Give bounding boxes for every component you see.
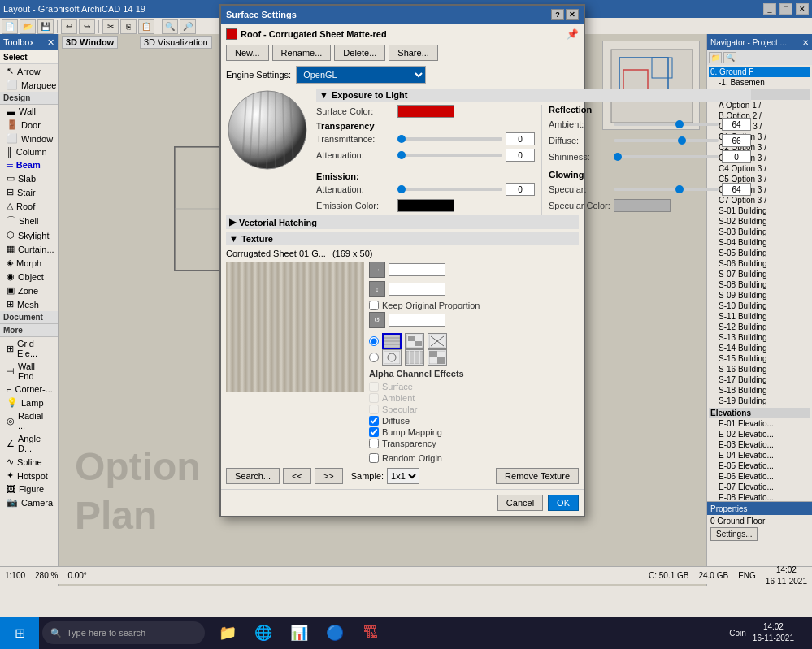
ambient-slider[interactable] [614, 123, 719, 126]
minimize-btn[interactable]: _ [763, 3, 776, 15]
toolbar-zoomin[interactable]: 🔍 [162, 19, 178, 34]
nav-e03[interactable]: E-03 Elevatio... [709, 439, 810, 450]
pattern-radio-1[interactable] [369, 336, 379, 346]
transmittance-input[interactable]: 0 [506, 132, 535, 145]
nav-e07[interactable]: E-07 Elevatio... [709, 482, 810, 492]
show-desktop-btn[interactable] [801, 617, 805, 649]
nav-s05[interactable]: S-05 Building [709, 248, 810, 258]
visualization-tab[interactable]: 3D Visualization [140, 36, 212, 49]
nav-s10[interactable]: S-10 Building [709, 301, 810, 311]
specular-color-swatch[interactable] [614, 199, 671, 212]
toolbar-save[interactable]: 💾 [37, 19, 54, 34]
tool-zone[interactable]: ▣Zone [0, 283, 58, 297]
nav-btn-1[interactable]: 📁 [709, 52, 722, 63]
alpha-diffuse-checkbox[interactable] [369, 416, 379, 426]
taskbar-archicad[interactable]: 🏗 [354, 617, 387, 649]
tool-wallend[interactable]: ⊣Wall End [0, 360, 58, 383]
shininess-input[interactable]: 0 [722, 150, 751, 163]
tool-camera[interactable]: 📷Camera [0, 495, 58, 509]
tool-door[interactable]: 🚪Door [0, 118, 58, 132]
nav-elevations-header[interactable]: Elevations [709, 408, 810, 418]
nav-s13[interactable]: S-13 Building [709, 332, 810, 343]
vectorial-hatching-section[interactable]: ▶ Vectorial Hatching [226, 215, 579, 229]
pattern-box-6[interactable] [428, 349, 447, 366]
nav-e05[interactable]: E-05 Elevatio... [709, 461, 810, 471]
tool-wall[interactable]: ▬Wall [0, 105, 58, 118]
taskbar-file-explorer[interactable]: 📁 [211, 617, 244, 649]
tool-radial[interactable]: ◎Radial ... [0, 409, 58, 432]
nav-item-basement[interactable]: -1. Basemen [709, 77, 810, 88]
tool-window[interactable]: ⬜Window [0, 132, 58, 145]
toolbar-new[interactable]: 📄 [2, 19, 18, 34]
emission-attenuation-input[interactable]: 0 [506, 183, 535, 196]
dialog-close-btn[interactable]: ✕ [566, 9, 579, 20]
keep-proportion-checkbox[interactable] [369, 301, 379, 310]
texture-section-header[interactable]: ▼ Texture [226, 232, 579, 245]
close-btn[interactable]: ✕ [796, 3, 809, 15]
nav-e06[interactable]: E-06 Elevatio... [709, 471, 810, 482]
toolbar-cut[interactable]: ✂ [102, 19, 119, 34]
alpha-transparency-checkbox[interactable] [369, 439, 379, 448]
cancel-btn[interactable]: Cancel [497, 495, 543, 511]
search-texture-btn[interactable]: Search... [226, 468, 280, 484]
start-button[interactable]: ⊞ [0, 617, 39, 649]
specular-slider[interactable] [614, 188, 719, 191]
transmittance-slider[interactable] [397, 137, 502, 141]
nav-s15[interactable]: S-15 Building [709, 353, 810, 364]
nav-e04[interactable]: E-04 Elevatio... [709, 450, 810, 461]
tool-grid[interactable]: ⊞Grid Ele... [0, 337, 58, 360]
texture-height-input[interactable]: 3-3 1/4" [389, 283, 445, 296]
engine-select[interactable]: OpenGL [296, 66, 426, 84]
properties-settings-btn[interactable]: Settings... [710, 527, 758, 541]
prev-texture-btn[interactable]: << [283, 468, 311, 484]
emission-color-swatch[interactable] [397, 199, 454, 212]
tool-morph[interactable]: ◈Morph [0, 256, 58, 270]
diffuse-slider[interactable] [614, 139, 719, 142]
nav-btn-2[interactable]: 🔍 [723, 52, 736, 63]
tool-beam[interactable]: ═Beam [0, 158, 58, 171]
tool-lamp[interactable]: 💡Lamp [0, 396, 58, 409]
tool-stair[interactable]: ⊟Stair [0, 185, 58, 199]
tool-slab[interactable]: ▭Slab [0, 171, 58, 185]
nav-s12[interactable]: S-12 Building [709, 322, 810, 332]
tool-hotspot[interactable]: ✦Hotspot [0, 469, 58, 482]
dialog-help-btn[interactable]: ? [551, 9, 564, 20]
sample-select[interactable]: 1x1 2x2 4x4 [387, 468, 419, 484]
alpha-bump-checkbox[interactable] [369, 427, 379, 437]
nav-s02[interactable]: S-02 Building [709, 216, 810, 227]
tool-figure[interactable]: 🖼Figure [0, 482, 58, 495]
delete-surface-btn[interactable]: Delete... [334, 45, 385, 61]
tool-curtain[interactable]: ▦Curtain... [0, 242, 58, 256]
tool-object[interactable]: ◉Object [0, 270, 58, 283]
emission-attenuation-slider[interactable] [397, 188, 502, 191]
nav-e02[interactable]: E-02 Elevatio... [709, 429, 810, 439]
toolbar-undo[interactable]: ↩ [61, 19, 77, 34]
taskbar-chrome[interactable]: 🔵 [319, 617, 351, 649]
nav-s06[interactable]: S-06 Building [709, 258, 810, 269]
tool-arrow[interactable]: ↖Arrow [0, 64, 58, 78]
random-origin-checkbox[interactable] [369, 453, 379, 463]
pattern-box-5[interactable] [405, 349, 424, 366]
shininess-slider[interactable] [614, 155, 719, 158]
toolbar-open[interactable]: 📂 [20, 19, 36, 34]
diffuse-input[interactable]: 66 [722, 134, 751, 147]
tool-mesh[interactable]: ⊞Mesh [0, 297, 58, 311]
share-surface-btn[interactable]: Share... [389, 45, 438, 61]
ambient-input[interactable]: 64 [722, 118, 751, 131]
toolbar-redo[interactable]: ↪ [79, 19, 95, 34]
nav-s16[interactable]: S-16 Building [709, 364, 810, 374]
next-texture-btn[interactable]: >> [315, 468, 343, 484]
nav-s11[interactable]: S-11 Building [709, 311, 810, 322]
taskbar-edge[interactable]: 🌐 [247, 617, 280, 649]
toolbar-zoomout[interactable]: 🔎 [180, 19, 196, 34]
pattern-box-4[interactable] [382, 349, 402, 366]
tool-column[interactable]: ║Column [0, 145, 58, 158]
tool-spline[interactable]: ∿Spline [0, 455, 58, 469]
maximize-btn[interactable]: □ [779, 3, 792, 15]
new-surface-btn[interactable]: New... [226, 45, 269, 61]
tool-skylight[interactable]: ⬡Skylight [0, 228, 58, 242]
nav-s18[interactable]: S-18 Building [709, 385, 810, 396]
pattern-radio-2[interactable] [369, 353, 379, 362]
rename-surface-btn[interactable]: Rename... [272, 45, 332, 61]
exposure-section-header[interactable]: ▼ Exposure to Light [316, 89, 751, 102]
